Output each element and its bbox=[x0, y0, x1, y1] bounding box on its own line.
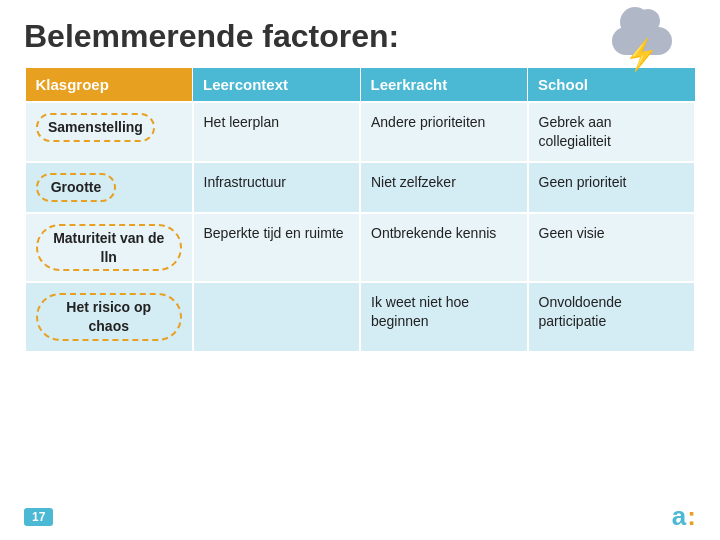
logo-a: a bbox=[672, 501, 687, 531]
cell-col4: Gebrek aan collegialiteit bbox=[528, 102, 696, 162]
table-row: Maturiteit van de llnBeperkte tijd en ru… bbox=[25, 213, 695, 283]
table-row: Het risico op chaosIk weet niet hoe begi… bbox=[25, 282, 695, 352]
oval-label: Het risico op chaos bbox=[36, 293, 182, 341]
logo: a: bbox=[672, 501, 696, 532]
cell-col2: Het leerplan bbox=[193, 102, 361, 162]
footer: 17 a: bbox=[0, 501, 720, 532]
page-number: 17 bbox=[24, 508, 53, 526]
cell-col4: Geen visie bbox=[528, 213, 696, 283]
table-header-row: Klasgroep Leercontext Leerkracht School bbox=[25, 68, 695, 103]
header-col2: Leercontext bbox=[193, 68, 361, 103]
logo-colon: : bbox=[687, 501, 696, 531]
table-row: SamenstellingHet leerplanAndere priorite… bbox=[25, 102, 695, 162]
cell-col2: Infrastructuur bbox=[193, 162, 361, 213]
main-table: Klasgroep Leercontext Leerkracht School … bbox=[24, 67, 696, 353]
header-col1: Klasgroep bbox=[25, 68, 193, 103]
cell-col4: Onvoldoende participatie bbox=[528, 282, 696, 352]
cell-col3: Ik weet niet hoe beginnen bbox=[360, 282, 528, 352]
page: ⚡ Belemmerende factoren: Klasgroep Leerc… bbox=[0, 0, 720, 540]
header-col3: Leerkracht bbox=[360, 68, 528, 103]
table-row: GrootteInfrastructuurNiet zelfzekerGeen … bbox=[25, 162, 695, 213]
oval-label: Samenstelling bbox=[36, 113, 155, 142]
page-title: Belemmerende factoren: bbox=[24, 18, 696, 55]
cell-col1: Grootte bbox=[25, 162, 193, 213]
cloud-decoration: ⚡ bbox=[602, 10, 702, 80]
cell-col2 bbox=[193, 282, 361, 352]
oval-label: Grootte bbox=[36, 173, 116, 202]
cell-col4: Geen prioriteit bbox=[528, 162, 696, 213]
cell-col2: Beperkte tijd en ruimte bbox=[193, 213, 361, 283]
cell-col3: Ontbrekende kennis bbox=[360, 213, 528, 283]
cell-col1: Maturiteit van de lln bbox=[25, 213, 193, 283]
lightning-icon: ⚡ bbox=[621, 35, 661, 74]
cell-col1: Samenstelling bbox=[25, 102, 193, 162]
oval-label: Maturiteit van de lln bbox=[36, 224, 182, 272]
cell-col3: Niet zelfzeker bbox=[360, 162, 528, 213]
cell-col1: Het risico op chaos bbox=[25, 282, 193, 352]
cell-col3: Andere prioriteiten bbox=[360, 102, 528, 162]
